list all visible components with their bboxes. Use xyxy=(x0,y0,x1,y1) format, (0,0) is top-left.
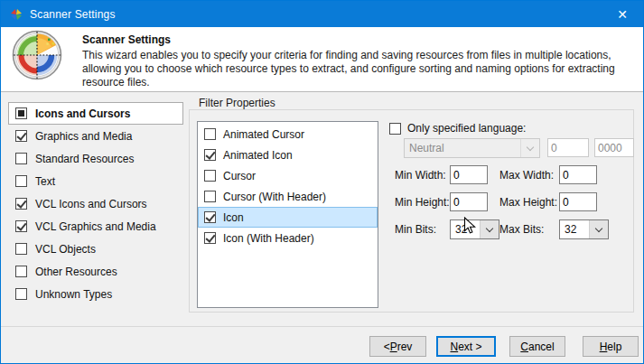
language-combobox-value: Neutral xyxy=(405,139,520,157)
list-item-cursor[interactable]: Cursor xyxy=(198,165,378,186)
sidebar-item-label: VCL Objects xyxy=(35,243,96,256)
mouse-cursor-icon xyxy=(463,217,476,235)
checkbox-icon[interactable] xyxy=(15,220,27,232)
button-text: < xyxy=(384,341,390,353)
checkbox-icon[interactable] xyxy=(204,211,216,223)
window-title: Scanner Settings xyxy=(30,8,116,21)
min-height-input[interactable] xyxy=(450,192,488,211)
max-bits-label: Max Bits: xyxy=(499,223,544,236)
sidebar-item-label: VCL Graphics and Media xyxy=(35,220,156,233)
language-id-field xyxy=(547,138,589,157)
list-item-icon-with-header[interactable]: Icon (With Header) xyxy=(198,228,378,248)
sidebar-item-graphics-and-media[interactable]: Graphics and Media xyxy=(8,125,183,147)
filter-properties-label: Filter Properties xyxy=(195,97,279,109)
language-hex-field xyxy=(594,138,634,157)
checkbox-icon[interactable] xyxy=(15,288,27,300)
list-item-label: Icon (With Header) xyxy=(223,232,314,245)
button-text: elp xyxy=(607,341,621,353)
only-specified-language-label: Only specified language: xyxy=(407,122,526,135)
app-pinwheel-icon xyxy=(9,7,23,22)
checkbox-icon[interactable] xyxy=(15,243,27,255)
list-item-animated-cursor[interactable]: Animated Cursor xyxy=(198,124,378,145)
close-icon[interactable]: ✕ xyxy=(602,1,643,27)
next-button[interactable]: Next > xyxy=(436,336,496,357)
sidebar-item-label: Icons and Cursors xyxy=(35,107,130,120)
checkbox-icon[interactable] xyxy=(204,170,216,182)
checkbox-icon[interactable] xyxy=(15,153,27,164)
button-mnemonic: C xyxy=(520,341,528,353)
help-button[interactable]: Help xyxy=(583,336,639,357)
button-text: ext > xyxy=(458,341,481,353)
checkbox-icon[interactable] xyxy=(204,149,216,161)
language-combobox: Neutral xyxy=(404,138,540,158)
scanner-radar-icon xyxy=(12,30,62,80)
sidebar-item-standard-resources[interactable]: Standard Resources xyxy=(8,147,183,170)
max-height-input[interactable] xyxy=(559,192,597,211)
min-width-label: Min Width: xyxy=(395,169,446,182)
checkbox-icon[interactable] xyxy=(15,198,27,210)
sidebar-item-text[interactable]: Text xyxy=(8,170,183,192)
sidebar-item-unknown-types[interactable]: Unknown Types xyxy=(8,283,183,305)
chevron-down-icon xyxy=(520,139,539,157)
checkbox-icon[interactable] xyxy=(15,266,27,277)
checkbox-icon[interactable] xyxy=(204,232,216,244)
sidebar-item-other-resources[interactable]: Other Resources xyxy=(8,260,183,283)
checkbox-icon[interactable] xyxy=(15,107,27,119)
resource-category-list: Icons and Cursors Graphics and Media Sta… xyxy=(8,102,183,305)
footer-divider xyxy=(1,326,644,327)
list-item-animated-icon[interactable]: Animated Icon xyxy=(198,145,378,165)
list-item-label: Cursor (With Header) xyxy=(223,191,326,203)
max-bits-value: 32 xyxy=(560,220,589,238)
list-item-cursor-with-header[interactable]: Cursor (With Header) xyxy=(198,186,378,207)
checkbox-icon[interactable] xyxy=(204,191,216,202)
titlebar: Scanner Settings ✕ xyxy=(1,1,643,27)
min-bits-label: Min Bits: xyxy=(395,223,436,236)
max-bits-combobox[interactable]: 32 xyxy=(559,219,609,239)
max-width-label: Max Width: xyxy=(499,169,554,182)
checkbox-icon[interactable] xyxy=(15,130,27,142)
button-text: rev xyxy=(397,341,413,353)
sidebar-item-vcl-objects[interactable]: VCL Objects xyxy=(8,238,183,260)
button-mnemonic: H xyxy=(600,341,608,353)
sidebar-item-label: Other Resources xyxy=(35,266,117,278)
wizard-header: Scanner Settings This wizard enables you… xyxy=(1,27,644,92)
checkbox-icon[interactable] xyxy=(15,175,27,187)
max-width-input[interactable] xyxy=(559,165,597,184)
scanner-settings-dialog: Scanner Settings ✕ Scanner Settings This… xyxy=(0,0,644,364)
checkbox-icon[interactable] xyxy=(204,128,216,140)
chevron-down-icon[interactable] xyxy=(589,220,608,238)
list-item-label: Animated Icon xyxy=(223,149,293,162)
page-title: Scanner Settings xyxy=(82,33,171,46)
sidebar-item-label: Text xyxy=(35,175,55,188)
button-text: ancel xyxy=(528,341,555,353)
list-item-label: Animated Cursor xyxy=(223,128,304,141)
sidebar-item-icons-and-cursors[interactable]: Icons and Cursors xyxy=(8,102,183,125)
only-specified-language-checkbox[interactable]: Only specified language: xyxy=(389,122,526,135)
cancel-button[interactable]: Cancel xyxy=(509,336,565,357)
sidebar-item-vcl-graphics-and-media[interactable]: VCL Graphics and Media xyxy=(8,215,183,238)
resource-type-list: Animated Cursor Animated Icon Cursor Cur… xyxy=(197,121,378,308)
max-height-label: Max Height: xyxy=(499,196,557,209)
checkbox-icon[interactable] xyxy=(389,123,401,135)
sidebar-item-label: Unknown Types xyxy=(35,288,112,301)
list-item-icon[interactable]: Icon xyxy=(198,207,378,228)
sidebar-item-label: Standard Resources xyxy=(35,153,134,165)
prev-button[interactable]: < Prev xyxy=(369,336,426,357)
min-height-label: Min Height: xyxy=(395,196,450,209)
min-width-input[interactable] xyxy=(450,165,488,184)
list-item-label: Cursor xyxy=(223,170,256,182)
sidebar-item-label: VCL Icons and Cursors xyxy=(35,198,147,210)
button-mnemonic: P xyxy=(390,341,397,353)
sidebar-item-label: Graphics and Media xyxy=(35,130,132,143)
chevron-down-icon[interactable] xyxy=(480,220,499,238)
list-item-label: Icon xyxy=(223,211,244,224)
button-mnemonic: N xyxy=(450,341,458,353)
sidebar-item-vcl-icons-and-cursors[interactable]: VCL Icons and Cursors xyxy=(8,192,183,215)
wizard-description: This wizard enables you to specify your … xyxy=(82,49,639,89)
